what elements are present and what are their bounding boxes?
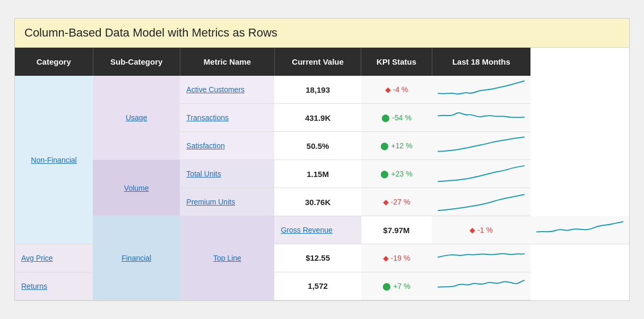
kpi-value: -54 % [392,113,412,122]
kpi-value: -1 % [477,226,493,234]
current-value-cell: $7.97M [361,216,432,244]
sparkline-cell [432,244,530,272]
kpi-red-icon: ◆ [383,198,391,206]
main-container: Column-Based Data Model with Metrics as … [14,18,630,301]
kpi-green-icon: ⬤ [380,170,391,178]
metric-name-cell[interactable]: Active Customers [180,76,274,104]
sparkline-svg [436,274,526,298]
sparkline-svg [436,106,526,129]
subcategory-cell[interactable]: Top Line [180,216,274,300]
header-last18: Last 18 Months [432,48,530,76]
kpi-green-icon: ⬤ [382,282,393,290]
kpi-green-icon: ⬤ [381,113,392,122]
sparkline-cell [432,76,530,104]
current-value-cell: 431.9K [274,104,361,132]
sparkline-svg [436,162,526,185]
kpi-status-cell: ⬤ +7 % [361,272,432,300]
kpi-status-cell: ◆ -1 % [432,216,530,244]
kpi-value: +12 % [391,141,412,150]
header-category: Category [15,48,93,76]
category-cell[interactable]: Non-Financial [15,76,93,244]
page-title: Column-Based Data Model with Metrics as … [15,19,629,48]
metric-name-cell[interactable]: Premium Units [180,188,274,216]
current-value-cell: 50.5% [274,132,361,160]
metrics-table: Category Sub-Category Metric Name Curren… [15,48,629,300]
header-metric-name: Metric Name [180,48,274,76]
subcategory-cell[interactable]: Volume [93,160,180,216]
kpi-status-cell: ◆ -4 % [361,76,432,104]
sparkline-svg [436,78,526,101]
current-value-cell: $12.55 [274,244,361,272]
current-value-cell: 1,572 [274,272,361,300]
sparkline-cell [432,160,530,188]
sparkline-svg [436,246,526,270]
metric-name-cell[interactable]: Transactions [180,104,274,132]
category-cell[interactable]: Financial [93,216,180,300]
kpi-value: +7 % [393,282,410,290]
sparkline-cell [432,132,530,160]
kpi-red-icon: ◆ [383,254,391,262]
kpi-green-icon: ⬤ [380,141,391,150]
sparkline-svg [436,190,526,214]
kpi-status-cell: ◆ -19 % [361,244,432,272]
current-value-cell: 1.15M [274,160,361,188]
kpi-red-icon: ◆ [469,226,477,234]
kpi-red-icon: ◆ [385,85,393,94]
sparkline-cell [432,272,530,300]
current-value-cell: 30.76K [274,188,361,216]
header-subcategory: Sub-Category [93,48,180,76]
current-value-cell: 18,193 [274,76,361,104]
header-kpi-status: KPI Status [361,48,432,76]
kpi-value: -4 % [393,85,408,94]
kpi-value: +23 % [391,170,412,178]
subcategory-cell[interactable]: Usage [93,76,180,160]
sparkline-cell [530,216,629,244]
sparkline-svg [436,134,526,157]
sparkline-cell [432,104,530,132]
metric-name-cell[interactable]: Returns [15,272,93,300]
kpi-status-cell: ⬤ -54 % [361,104,432,132]
header-current-value: Current Value [274,48,361,76]
kpi-value: -19 % [391,254,411,262]
metric-name-cell[interactable]: Total Units [180,160,274,188]
kpi-value: -27 % [391,198,411,206]
sparkline-svg [535,218,625,242]
kpi-status-cell: ⬤ +12 % [361,132,432,160]
kpi-status-cell: ◆ -27 % [361,188,432,216]
metric-name-cell[interactable]: Avg Price [15,244,93,272]
sparkline-cell [432,188,530,216]
metric-name-cell[interactable]: Satisfaction [180,132,274,160]
kpi-status-cell: ⬤ +23 % [361,160,432,188]
metric-name-cell[interactable]: Gross Revenue [274,216,361,244]
